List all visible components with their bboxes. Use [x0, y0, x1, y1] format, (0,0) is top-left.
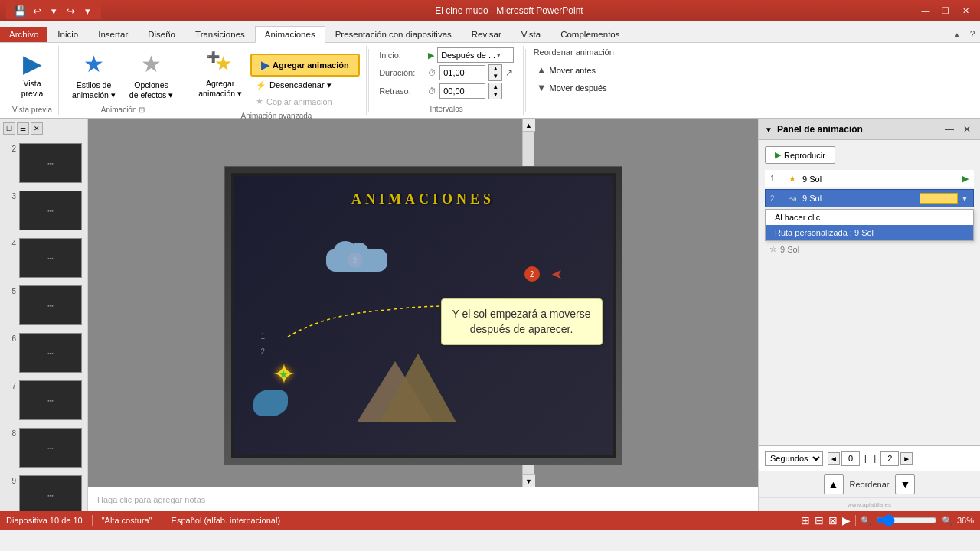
undo-button[interactable]: ↩	[29, 3, 44, 18]
panel-icon: ▶	[261, 59, 270, 71]
panel-close-btn[interactable]: ✕	[960, 122, 974, 136]
star-icon-gray: ★	[141, 51, 162, 77]
scroll-up-btn[interactable]: ▲	[523, 119, 535, 132]
reorder-up-btn[interactable]: ▲	[824, 474, 844, 494]
animation-panel-button[interactable]: ▶ Agregar animación	[250, 54, 360, 77]
item-2-icon: ↝	[786, 194, 799, 204]
slide-thumb-3[interactable]: 3 ▪▪▪	[3, 188, 84, 233]
move-before-label: Mover antes	[550, 66, 596, 75]
inicio-row: Inicio: ▶ Después de ... ▾	[379, 47, 514, 63]
tab-archivo[interactable]: Archivo	[0, 27, 47, 42]
dropdown-path-item[interactable]: Ruta personalizada : 9 Sol	[766, 225, 973, 240]
timeline-next-btn[interactable]: ►	[900, 452, 913, 465]
slideshow-btn[interactable]: ▶	[842, 514, 851, 527]
notes-area[interactable]: Haga clic para agregar notas	[88, 487, 758, 511]
slide-thumb-7[interactable]: 7 ▪▪▪	[3, 378, 84, 422]
ribbon-tabs: Archivo Inicio Insertar Diseño Transicio…	[0, 21, 980, 43]
anim-item-3[interactable]: ☆ 9 Sol	[765, 241, 974, 257]
view-reading-btn[interactable]: ⊠	[828, 514, 838, 527]
help-button[interactable]: ?	[965, 27, 980, 42]
sun-group: 1 2 ✦ ★	[265, 355, 303, 393]
group-expand-icon[interactable]: ⊡	[139, 106, 145, 114]
group-animacion-content: ★ Estilos deanimación ▾ ★ Opcionesde efe…	[67, 47, 178, 103]
panel-chevron-icon: ▼	[765, 126, 773, 134]
start-dropdown[interactable]: Después de ... ▾	[437, 47, 514, 63]
delay-down[interactable]: ▼	[489, 91, 501, 99]
list-view-btn[interactable]: ☰	[17, 122, 29, 135]
zoom-slider[interactable]	[876, 514, 937, 527]
tab-revisar[interactable]: Revisar	[462, 26, 511, 42]
move-after-button[interactable]: ▼ Mover después	[534, 80, 610, 95]
main-layout: ☐ ☰ ✕ 2 ▪▪▪ 3 ▪▪▪ 4 ▪▪▪ 5 ▪▪▪	[0, 119, 980, 511]
timeline-nav: ◄ 0 | | 2 ►	[828, 451, 913, 466]
slide-thumb-5[interactable]: 5 ▪▪▪	[3, 283, 84, 328]
panel-title-group: ▼ Panel de animación	[765, 124, 863, 135]
dropdown-click-item[interactable]: Al hacer clic	[766, 210, 973, 225]
redo-button[interactable]: ↪	[63, 3, 78, 18]
titlebar: 💾 ↩ ▾ ↪ ▾ El cine mudo - Microsoft Power…	[0, 0, 980, 21]
play-label: Reproducir	[784, 151, 825, 160]
preview-button[interactable]: ▶ Vistaprevia	[13, 47, 51, 103]
tab-complementos[interactable]: Complementos	[550, 26, 629, 42]
down-arrow-icon: ▼	[537, 82, 547, 93]
delay-up[interactable]: ▲	[489, 83, 501, 91]
timeline-row: Segundos ◄ 0 | | 2 ►	[759, 445, 980, 471]
item-2-dropdown-arrow[interactable]: ▼	[961, 194, 969, 203]
tab-animaciones[interactable]: Animaciones	[255, 26, 325, 43]
reorder-down-btn[interactable]: ▼	[895, 474, 915, 494]
animation-styles-button[interactable]: ★ Estilos deanimación ▾	[67, 47, 121, 103]
maximize-button[interactable]: ❐	[937, 4, 954, 18]
tab-presentacion[interactable]: Presentación con diapositivas	[325, 26, 462, 42]
duration-input[interactable]	[439, 65, 485, 80]
copy-animation-button[interactable]: ★ Copiar animación	[250, 94, 360, 109]
close-button[interactable]: ✕	[957, 4, 974, 18]
undo-dropdown[interactable]: ▾	[46, 3, 61, 18]
ribbon-content: ▶ Vistaprevia Vista previa ★ Estilos dea…	[0, 43, 980, 119]
move-before-button[interactable]: ▲ Mover antes	[534, 63, 599, 77]
trigger-button[interactable]: ⚡ Desencadenar ▾	[250, 78, 360, 93]
timeline-unit-select[interactable]: Segundos	[765, 451, 823, 466]
anim-item-1[interactable]: 1 ★ 9 Sol ▶	[765, 170, 974, 187]
group-label-animacion: Animación ⊡	[101, 103, 145, 114]
click-item-label: Al hacer clic	[775, 213, 820, 222]
slide-thumb-9[interactable]: 9 ▪▪▪	[3, 473, 84, 511]
slide-thumb-8[interactable]: 8 ▪▪▪	[3, 425, 84, 470]
panel-minimize-btn[interactable]: —	[942, 122, 957, 136]
inicio-label: Inicio:	[379, 51, 425, 60]
tab-diseño[interactable]: Diseño	[138, 26, 185, 42]
collapse-panel-btn[interactable]: ☐	[3, 122, 15, 135]
zoom-value: 36%	[957, 516, 974, 525]
customize-quick-access[interactable]: ▾	[80, 3, 95, 18]
view-normal-btn[interactable]: ⊞	[801, 514, 810, 527]
tab-inicio[interactable]: Inicio	[47, 26, 88, 42]
view-slide-sorter-btn[interactable]: ⊟	[815, 514, 824, 527]
duracion-label: Duración:	[379, 68, 425, 77]
save-button[interactable]: 💾	[12, 3, 28, 18]
bird-icon: ➤	[551, 266, 563, 283]
animation-panel-header: ▼ Panel de animación — ✕	[759, 119, 980, 140]
slide-thumb-4[interactable]: 4 ▪▪▪	[3, 236, 84, 280]
animation-panel: ▼ Panel de animación — ✕ ▶ Reproducir 1 …	[758, 119, 980, 511]
ribbon-collapse[interactable]: ▲	[949, 27, 965, 42]
tab-vista[interactable]: Vista	[511, 26, 550, 42]
anim-item-2[interactable]: 2 ↝ 9 Sol ▼	[765, 189, 974, 207]
move-after-label: Mover después	[550, 83, 607, 93]
item-1-num: 1	[770, 174, 782, 183]
duration-down[interactable]: ▼	[489, 73, 501, 80]
effect-options-button[interactable]: ★ Opcionesde efectos ▾	[124, 47, 178, 103]
play-button[interactable]: ▶ Reproducir	[765, 146, 835, 164]
add-animation-button[interactable]: ➕ ★ Agregaranimación ▾	[193, 47, 247, 103]
add-animation-icon: ➕ ★	[208, 52, 232, 76]
delay-input[interactable]	[439, 83, 485, 99]
slide-panel[interactable]: ☐ ☰ ✕ 2 ▪▪▪ 3 ▪▪▪ 4 ▪▪▪ 5 ▪▪▪	[0, 119, 88, 511]
scroll-down-btn[interactable]: ▼	[523, 474, 535, 487]
minimize-button[interactable]: —	[917, 4, 934, 18]
slide-thumb-2[interactable]: 2 ▪▪▪	[3, 141, 84, 185]
close-panel-btn[interactable]: ✕	[31, 122, 43, 135]
slide-thumb-6[interactable]: 6 ▪▪▪	[3, 331, 84, 375]
timeline-prev-btn[interactable]: ◄	[828, 452, 840, 465]
duration-up[interactable]: ▲	[489, 65, 501, 73]
canvas-area: ▲ ▼ ▲ ▼ ANIMACIONES 2	[88, 119, 758, 511]
tab-transiciones[interactable]: Transiciones	[185, 26, 255, 42]
tab-insertar[interactable]: Insertar	[88, 26, 138, 42]
